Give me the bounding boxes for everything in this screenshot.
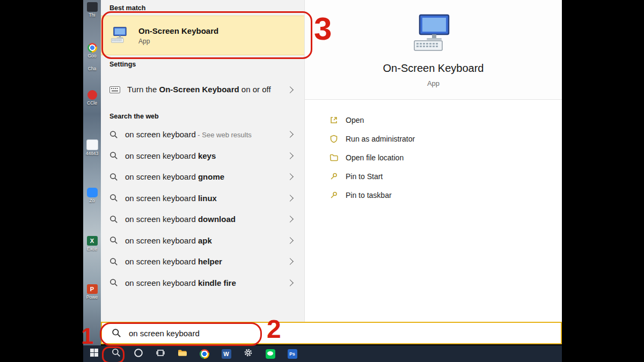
search-icon	[112, 328, 121, 338]
search-icon	[109, 215, 118, 224]
web-suggestion-row[interactable]: on screen keyboard linux	[101, 188, 304, 209]
annotation-step-1: 1	[81, 325, 93, 348]
desktop-icon-label: CCle	[83, 101, 101, 106]
settings-item[interactable]: Turn the On-Screen Keyboard on or off	[101, 72, 304, 107]
search-icon	[109, 173, 118, 181]
on-screen-keyboard-icon	[109, 27, 130, 44]
start-icon	[90, 349, 98, 359]
best-match-title: On-Screen Keyboard	[138, 26, 218, 35]
desktop-icon-label: Thi	[83, 13, 101, 18]
web-suggestion-row[interactable]: on screen keyboard gnome	[101, 166, 304, 188]
best-match-item[interactable]: On-Screen Keyboard App	[101, 16, 304, 55]
settings-gear-icon	[244, 348, 253, 359]
line-icon	[266, 349, 275, 359]
chevron-right-icon[interactable]	[287, 86, 294, 93]
context-actions: Open Run as administrator Open file loca…	[305, 100, 562, 204]
search-icon	[109, 236, 118, 245]
action-open-file-location[interactable]: Open file location	[330, 148, 562, 167]
desktop-icon-label: Powe	[83, 295, 101, 300]
desktop-icon-label: Cha	[83, 67, 101, 71]
word-button[interactable]: W	[215, 345, 237, 362]
desktop-icon[interactable]: P Powe	[83, 284, 101, 300]
action-open[interactable]: Open	[330, 110, 562, 129]
chevron-right-icon[interactable]	[287, 195, 294, 202]
powerpoint-icon: P	[87, 284, 98, 294]
chrome-button[interactable]	[193, 345, 215, 362]
pin-to-start-icon	[330, 172, 338, 181]
search-icon	[109, 130, 118, 139]
action-label: Run as administrator	[346, 135, 415, 143]
keyboard-icon	[109, 86, 120, 93]
search-results-panel: Best match On-Screen Keyboard App	[101, 0, 305, 322]
taskbar: W Ps	[83, 345, 562, 362]
search-bar[interactable]: on screen keyboard	[101, 322, 562, 344]
desktop-icon-label: Goo	[83, 54, 101, 58]
best-match-header: Best match	[101, 0, 304, 16]
web-suggestion-row[interactable]: on screen keyboard keys	[101, 145, 304, 167]
desktop-icon-label: 44843	[83, 151, 101, 156]
preview-panel: On-Screen Keyboard App Open Run as admin…	[305, 0, 562, 322]
action-run-as-administrator[interactable]: Run as administrator	[330, 129, 562, 148]
line-button[interactable]	[259, 345, 281, 362]
annotation-step-3: 3	[314, 13, 332, 45]
search-icon	[109, 257, 118, 266]
chrome-icon	[87, 43, 97, 53]
desktop-icon-label: Exce	[83, 247, 101, 252]
chevron-right-icon[interactable]	[287, 279, 294, 286]
web-suggestion-row[interactable]: on screen keyboard helper	[101, 251, 304, 272]
excel-icon: X	[87, 236, 98, 246]
ccleaner-icon	[87, 90, 97, 100]
desktop-icon[interactable]: Cha	[83, 65, 101, 71]
web-suggestion-row[interactable]: on screen keyboard kindle fire	[101, 272, 304, 294]
web-suggestion-row[interactable]: on screen keyboard download	[101, 209, 304, 230]
task-view-button[interactable]	[149, 345, 171, 362]
task-view-icon	[156, 349, 165, 359]
search-input[interactable]: on screen keyboard	[129, 329, 200, 338]
action-pin-to-start[interactable]: Pin to Start	[330, 167, 562, 186]
desktop-icon[interactable]: Thi	[83, 2, 101, 18]
cortana-icon	[134, 348, 143, 360]
chevron-right-icon[interactable]	[287, 216, 294, 223]
photoshop-button[interactable]: Ps	[281, 345, 303, 362]
search-the-web-header: Search the web	[101, 107, 304, 124]
desktop-icon[interactable]: 44843	[83, 139, 101, 156]
desktop-icon[interactable]: Zo	[83, 188, 101, 203]
action-label: Pin to Start	[346, 172, 383, 181]
chevron-right-icon[interactable]	[287, 152, 294, 159]
chevron-right-icon[interactable]	[287, 173, 294, 180]
web-suggestion-row[interactable]: on screen keyboard apk	[101, 230, 304, 252]
cortana-button[interactable]	[127, 345, 149, 362]
open-icon	[330, 116, 338, 124]
annotation-step-2: 2	[267, 316, 281, 342]
on-screen-keyboard-icon	[410, 46, 457, 55]
search-icon	[109, 278, 118, 287]
action-pin-to-taskbar[interactable]: Pin to taskbar	[330, 186, 562, 204]
chrome-icon	[200, 349, 209, 359]
action-label: Open	[346, 116, 364, 124]
this-pc-icon	[87, 2, 98, 12]
pin-to-taskbar-icon	[330, 191, 338, 200]
file-explorer-icon	[178, 349, 187, 359]
web-suggestion-row[interactable]: on screen keyboard - See web results	[101, 124, 304, 145]
windows-search-screenshot: Thi Goo Cha CCle 44843 Zo X Exce P Powe	[0, 0, 644, 362]
preview-type: App	[305, 79, 562, 87]
settings-button[interactable]	[237, 345, 259, 362]
zoom-icon	[87, 188, 98, 197]
action-label: Open file location	[346, 153, 404, 162]
settings-item-text: Turn the	[127, 85, 159, 94]
desktop-icon[interactable]: CCle	[83, 90, 101, 106]
action-label: Pin to taskbar	[346, 191, 392, 200]
chevron-right-icon[interactable]	[287, 131, 294, 138]
file-explorer-button[interactable]	[171, 345, 193, 362]
preview-title: On-Screen Keyboard	[305, 62, 562, 75]
document-icon	[86, 139, 98, 150]
taskbar-search-button[interactable]	[105, 345, 127, 362]
desktop-icon[interactable]: X Exce	[83, 236, 101, 252]
chevron-right-icon[interactable]	[287, 237, 294, 244]
desktop-icon[interactable]: Goo	[83, 43, 101, 58]
settings-header: Settings	[101, 55, 304, 72]
chevron-right-icon[interactable]	[287, 258, 294, 265]
desktop-strip: Thi Goo Cha CCle 44843 Zo X Exce P Powe	[83, 0, 101, 345]
search-icon	[109, 151, 118, 160]
search-icon	[109, 194, 118, 202]
